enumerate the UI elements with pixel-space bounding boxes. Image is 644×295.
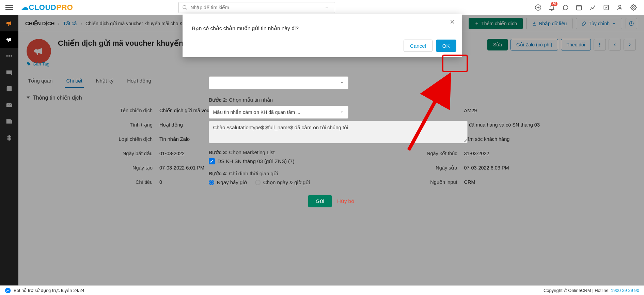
menu-toggle[interactable] [0,0,18,15]
dialog-cancel-button[interactable]: Cancel [404,40,433,52]
reports-button[interactable] [586,1,599,14]
svg-rect-21 [11,120,12,123]
step3-label: Bước 3: Chọn Marketing List [209,149,454,156]
confirm-dialog: Bạn có chắc chắn muốn gửi tin nhắn này đ… [183,14,462,57]
sidebar-item-news[interactable] [0,113,18,130]
close-icon [450,19,455,25]
cancel-send-button[interactable]: Hủy bỏ [337,198,354,204]
svg-point-14 [633,6,634,8]
calendar-button[interactable] [572,1,585,14]
radio-checked-icon [209,180,214,185]
template-body[interactable]: Chào $salutationtype$ $full_name$ đã cảm… [209,121,468,143]
step1-select[interactable] [209,76,348,89]
dialog-ok-button[interactable]: OK [436,40,456,52]
global-search[interactable] [178,2,335,13]
panel-buttons: Gửi Hủy bỏ [209,195,454,207]
add-button[interactable] [532,1,545,14]
dialog-close-button[interactable] [448,18,456,26]
sidebar-item-megaphone[interactable] [0,15,18,31]
step2-label: Bước 2: Chọn mẫu tin nhắn [209,97,454,103]
svg-rect-16 [9,55,10,57]
radio-now[interactable]: Ngay bây giờ [209,179,247,186]
hamburger-icon [5,4,13,11]
sidebar-item-groups[interactable] [0,48,18,64]
topbar: ☁CLOUDPRO 39 [0,0,644,15]
hotline-link[interactable]: 1900 29 29 90 [611,288,639,293]
messenger-icon [5,287,11,294]
svg-rect-0 [5,5,13,6]
svg-rect-8 [577,5,582,10]
search-icon [182,5,188,10]
svg-rect-1 [5,7,13,8]
chat-button[interactable] [559,1,572,14]
tasks-button[interactable] [600,1,613,14]
send-zalo-panel: Bước 2: Chọn mẫu tin nhắn Mẫu tin nhắn c… [209,76,454,207]
chevron-down-icon[interactable] [325,5,329,10]
svg-point-13 [619,5,621,8]
send-button[interactable]: Gửi [308,195,332,207]
svg-rect-18 [7,86,12,91]
notifications-button[interactable]: 39 [545,1,558,14]
footer-right: Copyright © OnlineCRM | Hotline: 1900 29… [544,288,639,293]
sidebar-item-book[interactable] [0,80,18,97]
top-icons: 39 [532,1,640,14]
dialog-footer: Cancel OK [183,36,462,57]
radio-unchecked-icon [255,180,261,185]
chevron-down-icon [340,110,344,114]
search-wrap [178,2,335,13]
template-select[interactable]: Mẫu tin nhắn cảm ơn KH đã quan tâm ... [209,106,348,119]
svg-rect-20 [6,119,11,124]
svg-rect-17 [11,55,12,57]
user-button[interactable] [613,1,626,14]
checkbox-checked-icon [209,158,215,164]
svg-rect-15 [6,55,8,57]
left-sidebar [0,15,18,295]
sidebar-item-campaign[interactable] [0,31,18,48]
svg-line-4 [186,8,187,10]
svg-rect-2 [5,9,13,10]
sidebar-item-mail[interactable] [0,97,18,113]
dialog-message: Bạn có chắc chắn muốn gửi tin nhắn này đ… [192,25,299,31]
schedule-radios: Ngay bây giờ Chọn ngày & giờ gửi [209,179,454,186]
chevron-down-icon [340,81,344,85]
gear-icon [630,4,637,11]
sidebar-item-plugin[interactable] [0,130,18,146]
notif-badge: 39 [551,2,557,6]
sidebar-item-sms[interactable] [0,64,18,80]
step4-label: Bước 4: Chỉ định thời gian gửi [209,171,454,177]
radio-schedule[interactable]: Chọn ngày & giờ gửi [255,179,310,186]
search-input[interactable] [190,5,325,10]
footer: Bot hỗ trợ sử dụng trực tuyến 24/24 Copy… [0,285,644,295]
svg-point-3 [183,5,186,9]
footer-bot-text[interactable]: Bot hỗ trợ sử dụng trực tuyến 24/24 [14,288,84,293]
settings-button[interactable] [627,1,640,14]
svg-rect-12 [604,5,608,10]
logo[interactable]: ☁CLOUDPRO [21,3,73,12]
marketing-list-checkbox[interactable]: DS KH SN tháng 03 (gửi ZNS) (7) [209,158,454,164]
